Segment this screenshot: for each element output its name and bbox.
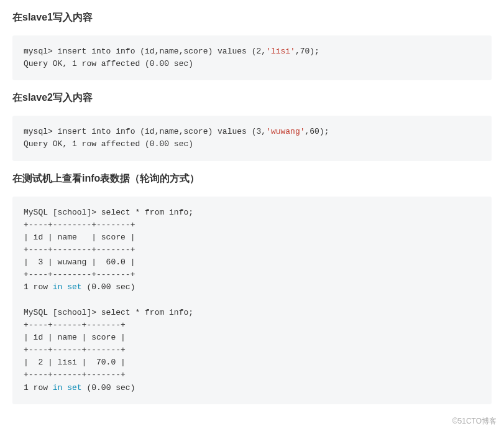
code-keyword: in xyxy=(53,282,63,292)
code-text: +----+--------+-------+ xyxy=(24,245,135,254)
code-text: +----+------+-------+ xyxy=(24,370,126,379)
code-text: +----+--------+-------+ xyxy=(24,220,135,230)
code-block-slave2: mysql> insert into info (id,name,score) … xyxy=(12,116,492,160)
section-heading-slave2: 在slave2写入内容 xyxy=(12,91,492,104)
code-keyword: set xyxy=(67,383,81,392)
code-text: MySQL [school]> select * from info; xyxy=(24,308,193,317)
code-text: (0.00 sec) xyxy=(82,282,135,292)
code-text: +----+--------+-------+ xyxy=(24,270,135,279)
watermark: ©51CTO博客 xyxy=(0,414,504,430)
code-block-slave1: mysql> insert into info (id,name,score) … xyxy=(12,35,492,80)
code-text: (0.00 sec) xyxy=(82,383,135,392)
code-string: 'wuwang' xyxy=(266,127,305,136)
code-keyword: set xyxy=(67,282,81,292)
code-text: mysql> insert into info (id,name,score) … xyxy=(24,47,266,56)
code-keyword: in xyxy=(53,383,63,392)
code-text: +----+------+-------+ xyxy=(24,345,126,355)
code-text: Query OK, 1 row affected (0.00 sec) xyxy=(24,139,193,149)
code-text: MySQL [school]> select * from info; xyxy=(24,208,193,217)
code-text: +----+------+-------+ xyxy=(24,320,126,330)
code-text: | 2 | lisi | 70.0 | xyxy=(24,358,126,367)
code-text: mysql> insert into info (id,name,score) … xyxy=(24,127,266,136)
section-heading-testmachine: 在测试机上查看info表数据（轮询的方式） xyxy=(12,172,492,185)
code-string: 'lisi' xyxy=(266,47,295,56)
article-content: 在slave1写入内容 mysql> insert into info (id,… xyxy=(0,11,504,414)
code-text: | 3 | wuwang | 60.0 | xyxy=(24,257,135,267)
code-block-testmachine: MySQL [school]> select * from info; +---… xyxy=(12,197,492,404)
code-text: | id | name | score | xyxy=(24,233,135,242)
code-text: 1 row xyxy=(24,383,53,392)
code-text: 1 row xyxy=(24,282,53,292)
code-text: Query OK, 1 row affected (0.00 sec) xyxy=(24,59,193,68)
code-text: | id | name | score | xyxy=(24,333,126,342)
code-text: ,60); xyxy=(305,127,329,136)
section-heading-slave1: 在slave1写入内容 xyxy=(12,11,492,24)
code-text: ,70); xyxy=(295,47,319,56)
